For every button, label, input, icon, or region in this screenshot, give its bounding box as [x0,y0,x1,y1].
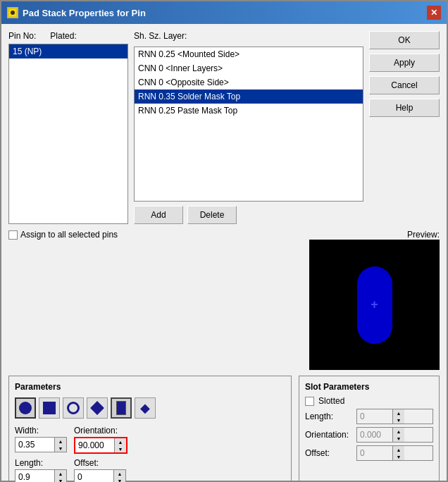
layer-list[interactable]: RNN 0.25 <Mounted Side> CNN 0 <Inner Lay… [134,47,363,202]
diamond-icon [90,401,104,415]
orientation-spin: ▲ ▼ [114,438,126,452]
offset-label: Offset: [74,458,126,468]
slot-offset-input[interactable] [357,447,392,459]
slotted-checkbox[interactable] [305,397,314,406]
middle-panel: Sh. Sz. Layer: RNN 0.25 <Mounted Side> C… [134,31,363,224]
cancel-button[interactable]: Cancel [369,76,440,94]
slot-orientation-label: Orientation: [305,430,351,440]
slot-orientation-up[interactable]: ▲ [393,428,404,435]
assign-preview-row: Assign to all selected pins Preview: + [8,230,440,370]
slot-offset-input-wrap: ▲ ▼ [356,445,433,461]
app-icon [7,7,18,18]
layer-item-0[interactable]: RNN 0.25 <Mounted Side> [135,47,363,61]
length-label: Length: [15,458,67,468]
slot-length-up[interactable]: ▲ [393,409,404,416]
slot-length-spin: ▲ ▼ [392,409,404,424]
shape-arrow-button[interactable]: ◆ [135,397,156,419]
assign-label: Assign to all selected pins [8,230,118,240]
main-window: Pad Stack Properties for Pin ✕ Pin No: P… [0,0,448,482]
layer-item-4[interactable]: RNN 0.25 Paste Mask Top [135,104,363,118]
close-button[interactable]: ✕ [427,6,441,20]
length-down[interactable]: ▼ [55,477,66,482]
slotted-row: Slotted [305,396,433,406]
square-icon [43,402,56,414]
left-panel: Pin No: Plated: 15 (NP) [8,31,128,224]
width-spin: ▲ ▼ [54,438,66,452]
shape-rect-button[interactable] [111,397,132,419]
rect-icon [116,401,126,415]
main-content: Pin No: Plated: 15 (NP) Sh. Sz. Layer: R… [1,24,447,482]
width-group: Width: ▲ ▼ [15,426,67,452]
length-up[interactable]: ▲ [55,470,66,477]
ok-button[interactable]: OK [369,31,440,49]
slot-length-down[interactable]: ▼ [393,416,404,424]
pin-list[interactable]: 15 (NP) [8,44,128,224]
shape-diamond-button[interactable] [87,397,108,419]
svg-point-1 [11,11,15,15]
pin-no-label: Pin No: [8,31,36,41]
slot-offset-up[interactable]: ▲ [393,446,404,453]
slot-length-row: Length: ▲ ▼ [305,409,433,424]
offset-spin: ▲ ▼ [113,470,125,482]
width-label: Width: [15,426,67,435]
window-title: Pad Stack Properties for Pin [23,8,146,18]
pin-list-item[interactable]: 15 (NP) [9,44,127,58]
length-input-wrap: ▲ ▼ [15,469,67,482]
parameters-box: Parameters [8,376,292,482]
add-button[interactable]: Add [134,206,183,224]
orientation-input-wrap: ▲ ▼ [74,437,127,454]
slot-orientation-row: Orientation: ▲ ▼ [305,427,433,443]
circle-icon [19,402,32,414]
delete-button[interactable]: Delete [187,206,237,224]
parameters-title: Parameters [15,382,285,392]
pin-header: Pin No: Plated: [8,31,128,41]
offset-input[interactable] [75,471,113,482]
slot-offset-row: Offset: ▲ ▼ [305,445,433,461]
offset-group: Offset: ▲ ▼ [74,458,126,482]
sh-sz-header: Sh. Sz. Layer: [134,31,363,41]
slot-length-input[interactable] [357,410,392,423]
preview-section: Preview: + [309,230,440,370]
orientation-input[interactable] [75,439,114,452]
top-section: Pin No: Plated: 15 (NP) Sh. Sz. Layer: R… [8,31,440,224]
offset-up[interactable]: ▲ [114,470,125,477]
orientation-label: Orientation: [74,426,127,435]
add-delete-buttons: Add Delete [134,206,363,224]
preview-label: Preview: [407,230,440,240]
orientation-up[interactable]: ▲ [115,438,126,445]
slot-parameters-box: Slot Parameters Slotted Length: ▲ ▼ [299,376,440,482]
slot-length-input-wrap: ▲ ▼ [356,409,433,424]
assign-checkbox[interactable] [8,230,18,240]
length-input[interactable] [15,471,54,482]
slot-orientation-input-wrap: ▲ ▼ [356,427,433,443]
width-down[interactable]: ▼ [55,445,66,452]
apply-button[interactable]: Apply [369,54,440,72]
arrow-icon: ◆ [140,400,150,416]
slot-parameters-title: Slot Parameters [305,382,433,392]
preview-crosshair: + [371,297,378,312]
layer-item-3[interactable]: RNN 0.35 Solder Mask Top [135,89,363,104]
slot-offset-down[interactable]: ▼ [393,453,404,460]
orientation-down[interactable]: ▼ [115,445,126,452]
width-input[interactable] [15,438,54,451]
plated-header-label: Plated: [50,31,76,41]
preview-pin-shape: + [357,266,392,344]
slotted-label: Slotted [318,396,344,406]
shape-square-button[interactable] [39,397,60,419]
shape-ring-button[interactable] [63,397,84,419]
layer-item-2[interactable]: CNN 0 <Opposite Side> [135,75,363,89]
bottom-section: Parameters [8,376,440,482]
slot-orientation-down[interactable]: ▼ [393,435,404,442]
width-input-wrap: ▲ ▼ [15,437,67,452]
slot-offset-label: Offset: [305,448,351,458]
shape-circle-button[interactable] [15,397,36,419]
assign-text: Assign to all selected pins [20,230,118,240]
offset-down[interactable]: ▼ [114,477,125,482]
slot-orientation-input[interactable] [357,428,392,441]
layer-item-1[interactable]: CNN 0 <Inner Layers> [135,61,363,75]
shape-icons: ◆ [15,397,285,419]
length-group: Length: ▲ ▼ [15,458,67,482]
offset-input-wrap: ▲ ▼ [74,469,126,482]
width-up[interactable]: ▲ [55,438,66,445]
help-button[interactable]: Help [369,99,440,117]
